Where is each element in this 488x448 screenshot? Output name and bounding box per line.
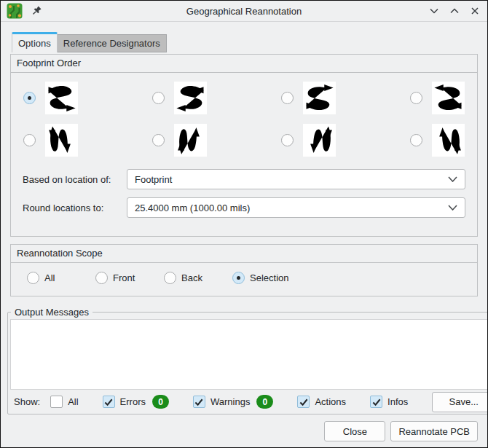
- kicad-pcbnew-app-icon: [7, 3, 23, 19]
- warnings-count-badge: 0: [256, 395, 273, 409]
- check-mark-icon: [194, 397, 204, 407]
- filter-warnings[interactable]: Warnings0: [193, 395, 273, 409]
- output-messages-title: Output Messages: [11, 307, 93, 318]
- serpentine-upward-start-bottom-right-icon: [432, 124, 465, 157]
- errors-count-badge: 0: [152, 395, 169, 409]
- output-messages-group: Output Messages Show: AllErrors0Warnings…: [7, 307, 488, 414]
- window-title: Geographical Reannotation: [186, 6, 302, 17]
- scope-all-radio[interactable]: [27, 272, 39, 284]
- footprint-order-radio-1[interactable]: [23, 92, 36, 104]
- scope-option-back[interactable]: Back: [164, 272, 232, 284]
- footprint-order-group: Footprint Order Based on location of: Fo…: [10, 54, 478, 237]
- scope-option-selection[interactable]: Selection: [232, 272, 288, 284]
- footprint-order-option-3[interactable]: [281, 82, 410, 114]
- show-label: Show:: [14, 396, 40, 407]
- check-mark-icon: [371, 397, 382, 407]
- filter-infos[interactable]: Infos: [370, 396, 408, 408]
- footprint-order-radio-4[interactable]: [410, 92, 422, 104]
- window-controls: [428, 6, 481, 17]
- reannotate-pcb-button[interactable]: Reannotate PCB: [390, 421, 478, 441]
- based-on-location-label: Based on location of:: [23, 174, 121, 185]
- serpentine-rightward-start-top-left-icon: [45, 82, 78, 114]
- scope-selection-radio[interactable]: [232, 272, 245, 284]
- footprint-order-option-8[interactable]: [410, 124, 477, 157]
- footprint-order-radio-7[interactable]: [281, 134, 294, 146]
- tab-bar: OptionsReference Designators: [12, 31, 487, 52]
- footprint-order-radio-5[interactable]: [23, 134, 36, 146]
- dialog-buttons: Close Reannotate PCB: [10, 421, 478, 441]
- chevron-down-window-button[interactable]: [428, 6, 439, 17]
- footprint-order-title: Footprint Order: [11, 55, 477, 73]
- save-button[interactable]: Save...: [432, 392, 488, 412]
- serpentine-leftward-start-bottom-right-icon: [432, 82, 465, 114]
- footprint-order-option-4[interactable]: [410, 82, 477, 114]
- chevron-down-icon: [448, 205, 457, 211]
- scope-option-all[interactable]: All: [27, 272, 95, 284]
- round-locations-value: 25.4000 mm (1000.00 mils): [135, 203, 250, 213]
- footprint-order-option-1[interactable]: [23, 82, 152, 114]
- warnings-checkbox[interactable]: [193, 396, 205, 408]
- scope-back-radio[interactable]: [164, 272, 176, 284]
- tab-options[interactable]: Options: [12, 32, 58, 52]
- serpentine-upward-start-bottom-left-icon: [174, 124, 207, 157]
- all-checkbox[interactable]: [50, 396, 63, 408]
- chevron-up-window-button[interactable]: [449, 6, 460, 17]
- serpentine-rightward-start-bottom-left-icon: [303, 82, 336, 114]
- based-on-location-row: Based on location of: Footprint: [23, 169, 465, 189]
- footprint-order-option-2[interactable]: [152, 82, 281, 114]
- filter-errors[interactable]: Errors0: [103, 395, 169, 409]
- actions-checkbox[interactable]: [297, 396, 310, 408]
- check-mark-icon: [103, 397, 114, 407]
- filter-actions[interactable]: Actions: [297, 396, 346, 408]
- footprint-order-option-7[interactable]: [281, 124, 410, 157]
- serpentine-downward-start-top-left-icon: [45, 124, 78, 157]
- errors-checkbox[interactable]: [103, 396, 115, 408]
- footprint-order-option-6[interactable]: [152, 124, 281, 157]
- tab-reference-designators[interactable]: Reference Designators: [58, 34, 167, 52]
- round-locations-label: Round locations to:: [23, 203, 121, 213]
- based-on-location-select[interactable]: Footprint: [127, 169, 465, 189]
- message-filters: AllErrors0Warnings0ActionsInfos: [50, 395, 432, 409]
- footprint-order-radio-8[interactable]: [410, 134, 422, 146]
- footprint-order-radio-2[interactable]: [152, 92, 165, 104]
- pin-icon[interactable]: [31, 5, 42, 17]
- infos-checkbox[interactable]: [370, 396, 382, 408]
- round-locations-select[interactable]: 25.4000 mm (1000.00 mils): [127, 197, 465, 218]
- footprint-order-radio-3[interactable]: [281, 92, 294, 104]
- serpentine-leftward-start-top-right-icon: [174, 82, 207, 114]
- close-button[interactable]: Close: [324, 421, 385, 441]
- based-on-location-value: Footprint: [135, 174, 172, 185]
- output-messages-area[interactable]: [10, 319, 488, 390]
- chevron-down-icon: [448, 176, 457, 182]
- serpentine-downward-start-top-right-icon: [303, 124, 336, 157]
- close-window-button[interactable]: [469, 6, 480, 17]
- geographical-reannotation-dialog: Geographical Reannotation OptionsReferen…: [0, 0, 488, 448]
- check-mark-icon: [299, 397, 309, 407]
- show-filter-row: Show: AllErrors0Warnings0ActionsInfos Sa…: [9, 390, 488, 414]
- reannotation-scope-group: Reannotation Scope AllFrontBackSelection: [10, 244, 478, 296]
- reannotation-scope-options: AllFrontBackSelection: [11, 263, 477, 296]
- footprint-order-radio-6[interactable]: [152, 134, 165, 146]
- scope-option-front[interactable]: Front: [95, 272, 164, 284]
- titlebar: Geographical Reannotation: [1, 1, 487, 22]
- footprint-order-option-5[interactable]: [23, 124, 152, 157]
- filter-all[interactable]: All: [50, 396, 78, 408]
- scope-front-radio[interactable]: [95, 272, 108, 284]
- reannotation-scope-title: Reannotation Scope: [11, 245, 477, 263]
- round-locations-row: Round locations to: 25.4000 mm (1000.00 …: [23, 197, 465, 218]
- footprint-order-options: [11, 73, 477, 157]
